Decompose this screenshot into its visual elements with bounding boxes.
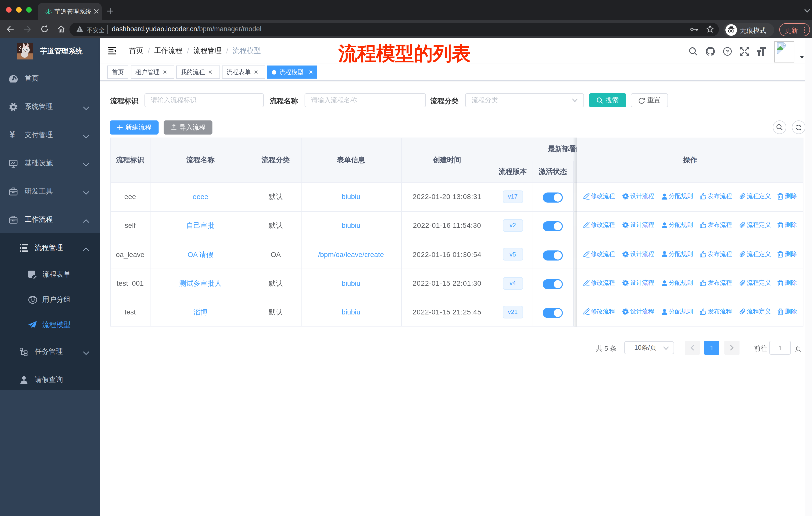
svg-text:?: ? — [726, 49, 729, 54]
